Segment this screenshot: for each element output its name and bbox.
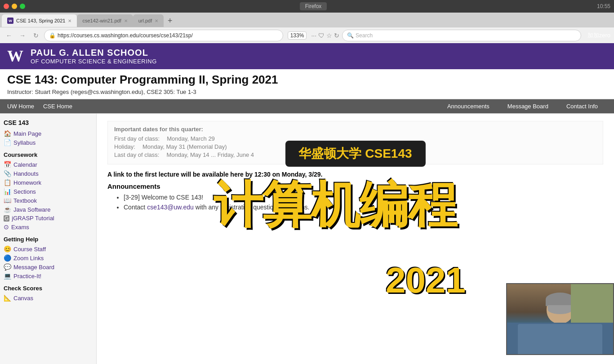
shield-icon[interactable]: 🛡 (318, 32, 325, 39)
sidebar-item-zoom-links[interactable]: 🔵 Zoom Links (4, 253, 93, 262)
course-title-area: CSE 143: Computer Programming II, Spring… (0, 69, 614, 99)
url-field[interactable]: 🔒 https://courses.cs.washington.edu/cour… (44, 30, 283, 41)
tab-close-button[interactable]: ✕ (155, 18, 158, 23)
date-value-3: Monday, May 14 ... Friday, June 4 (166, 151, 254, 158)
doc-icon: 📄 (4, 139, 11, 146)
zoom-level: 133% (288, 31, 307, 40)
top-nav: UW Home CSE Home Announcements Message B… (0, 99, 614, 114)
back-button[interactable]: ← (4, 30, 14, 41)
canvas-icon: 📐 (4, 294, 11, 302)
homework-icon: 📋 (4, 179, 11, 186)
maximize-button[interactable] (20, 4, 25, 9)
sidebar-item-calendar[interactable]: 📅 Calendar (4, 160, 93, 169)
browser-chrome: Firefox 10:55 W CSE 143, Spring 2021 ✕ c… (0, 0, 614, 43)
time-display: 10:55 (597, 3, 610, 9)
sidebar-item-sections[interactable]: 📊 Sections (4, 187, 93, 196)
nav-message-board[interactable]: Message Board (507, 103, 548, 110)
date-label-3: Last day of class: (114, 151, 159, 158)
top-nav-right: Announcements Message Board Contact Info (447, 103, 607, 110)
sidebar-label-zoom-links: Zoom Links (13, 255, 44, 262)
overlay-year-text: 2021 (386, 260, 466, 301)
calendar-icon: 📅 (4, 161, 11, 168)
sidebar-label-main-page: Main Page (13, 130, 41, 137)
date-label-2: Holiday: (114, 143, 135, 150)
search-input[interactable]: 🔍 Search (342, 30, 581, 41)
email-link[interactable]: cse143@uw.edu (147, 204, 194, 211)
sidebar-label-jgrasp: jGRASP Tutorial (12, 215, 54, 222)
sidebar-label-practice-it: Practice-It! (13, 273, 41, 280)
url-bar: ← → ↻ 🔒 https://courses.cs.washington.ed… (0, 27, 614, 43)
instructor-info: Instructor: Stuart Reges (reges@cs.washi… (7, 89, 607, 95)
title-bar: Firefox 10:55 (0, 0, 614, 13)
nav-contact-info[interactable]: Contact Info (566, 103, 598, 110)
overlay-banner: 华盛顿大学 CSE143 (285, 141, 425, 167)
message-icon: 💬 (4, 263, 11, 271)
sidebar-label-java-software: Java Software (13, 206, 50, 213)
sidebar-item-main-page[interactable]: 🏠 Main Page (4, 129, 93, 138)
tab-label: CSE 143, Spring 2021 (16, 18, 65, 23)
window-title: Firefox (300, 2, 327, 10)
home-icon: 🏠 (4, 130, 11, 137)
page-content: W PAUL G. ALLEN SCHOOL OF COMPUTER SCIEN… (0, 43, 614, 364)
sidebar-item-syllabus[interactable]: 📄 Syllabus (4, 138, 93, 147)
sidebar-item-practice-it[interactable]: 💻 Practice-It! (4, 271, 93, 280)
sidebar-label-handouts: Handouts (13, 170, 39, 177)
main-layout: CSE 143 🏠 Main Page 📄 Syllabus Coursewor… (0, 114, 614, 364)
sidebar-item-textbook[interactable]: 📖 Textbook (4, 196, 93, 205)
tab-pdf1[interactable]: cse142-win21.pdf ✕ (77, 14, 133, 27)
sidebar-label-homework: Homework (13, 179, 41, 186)
sidebar-item-exams[interactable]: ⊙ Exams (4, 222, 93, 231)
tab-pdf2[interactable]: url.pdf ✕ (133, 14, 164, 27)
nav-announcements[interactable]: Announcements (447, 103, 489, 110)
tab-close-button[interactable]: ✕ (124, 18, 128, 23)
nav-uw-home[interactable]: UW Home (7, 103, 34, 110)
tab-close-button[interactable]: ✕ (68, 18, 71, 23)
sidebar-item-java-software[interactable]: ☕ Java Software (4, 205, 93, 214)
textbook-icon: 📖 (4, 197, 11, 204)
tab-label: url.pdf (138, 18, 152, 23)
sidebar: CSE 143 🏠 Main Page 📄 Syllabus Coursewor… (0, 114, 97, 364)
school-name-line1: PAUL G. ALLEN SCHOOL (31, 48, 157, 58)
url-icons: ··· 🛡 ☆ ↻ (311, 32, 339, 39)
minimize-button[interactable] (12, 4, 17, 9)
refresh-icon[interactable]: ↻ (334, 32, 339, 39)
new-tab-button[interactable]: + (164, 14, 176, 27)
sidebar-item-course-staff[interactable]: 😊 Course Staff (4, 244, 93, 253)
close-button[interactable] (4, 4, 9, 9)
sidebar-cse143-title: CSE 143 (4, 119, 93, 126)
forward-button[interactable]: → (17, 30, 28, 41)
java-icon: ☕ (4, 206, 11, 213)
star-icon[interactable]: ☆ (326, 32, 332, 39)
sidebar-label-textbook: Textbook (13, 197, 37, 204)
sidebar-item-canvas[interactable]: 📐 Canvas (4, 293, 93, 302)
sidebar-item-message-board[interactable]: 💬 Message Board (4, 262, 93, 271)
tab-favicon: W (7, 18, 13, 24)
reload-button[interactable]: ↻ (31, 30, 41, 41)
sidebar-item-homework[interactable]: 📋 Homework (4, 178, 93, 187)
date-value-2: Monday, May 31 (Memorial Day) (142, 143, 227, 150)
course-title: CSE 143: Computer Programming II, Spring… (7, 73, 607, 87)
exams-icon: ⊙ (4, 223, 9, 231)
nav-cse-home[interactable]: CSE Home (43, 103, 72, 110)
check-scores-title: Check Scores (4, 285, 93, 292)
staff-icon: 😊 (4, 245, 11, 253)
sidebar-label-syllabus: Syllabus (13, 139, 36, 146)
sidebar-label-course-staff: Course Staff (13, 246, 46, 253)
sidebar-label-message-board: Message Board (13, 264, 54, 271)
watermark: 加加zero (587, 31, 610, 40)
dates-title: Important dates for this quarter: (114, 126, 596, 133)
sidebar-label-exams: Exams (11, 224, 29, 231)
more-options-icon[interactable]: ··· (311, 32, 316, 39)
sections-icon: 📊 (4, 188, 11, 195)
date-label-1: First day of class: (114, 135, 160, 142)
practice-icon: 💻 (4, 272, 11, 280)
coursework-title: Coursework (4, 151, 93, 158)
sidebar-item-jgrasp[interactable]: G jGRASP Tutorial (4, 214, 93, 222)
tab-cse143[interactable]: W CSE 143, Spring 2021 ✕ (2, 14, 77, 27)
uw-logo: W (7, 47, 23, 66)
sidebar-item-handouts[interactable]: 📎 Handouts (4, 169, 93, 178)
getting-help-title: Getting Help (4, 236, 93, 243)
overlay-big-text: 计算机编程 (214, 172, 456, 239)
webcam-person (507, 284, 613, 354)
traffic-lights (4, 4, 25, 9)
